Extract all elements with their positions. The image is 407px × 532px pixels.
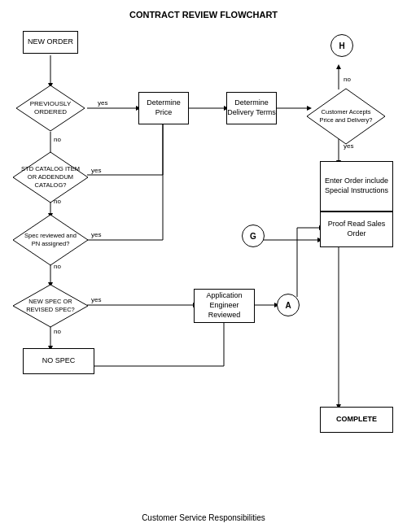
no-label-previously-ordered: no [54, 136, 61, 143]
no-label-new-spec: no [54, 328, 61, 335]
determine-price-box: Determine Price [138, 92, 189, 124]
no-label-std-catalog: no [54, 198, 61, 205]
new-spec-diamond: NEW SPEC OR REVISED SPEC? [11, 283, 90, 329]
circle-h: H [330, 34, 353, 57]
customer-accepts-diamond: Customer Accepts Price and Delivery? [305, 87, 387, 146]
determine-delivery-box: Determine Delivery Terms [226, 92, 277, 124]
enter-order-box: Enter Order include Special Instructions [320, 161, 393, 211]
yes-label-std-catalog: yes [91, 167, 101, 174]
std-catalog-diamond: STD CATALOG ITEM OR ADDENDUM CATALOG? [11, 150, 90, 204]
proof-read-box: Proof Read Sales Order [320, 211, 393, 247]
flowchart: CONTRACT REVIEW FLOWCHART [0, 0, 407, 532]
yes-label-previously-ordered: yes [98, 99, 107, 107]
new-order-box: NEW ORDER [23, 31, 78, 54]
no-label-spec-reviewed: no [54, 263, 61, 270]
yes-label-new-spec: yes [91, 296, 101, 303]
footer-text: Customer Service Responsibilities [0, 513, 407, 522]
app-engineer-box: Application Engineer Reviewed [194, 289, 255, 323]
previously-ordered-diamond: PREVIOUSLY ORDERED [15, 84, 86, 133]
complete-box: COMPLETE [320, 407, 393, 433]
page-title: CONTRACT REVIEW FLOWCHART [0, 10, 407, 20]
yes-label-spec-reviewed: yes [91, 231, 101, 238]
circle-a: A [277, 294, 300, 316]
yes-label-customer-accepts: yes [344, 142, 353, 150]
circle-g: G [242, 225, 265, 247]
spec-reviewed-diamond: Spec reviewed and PN assigned? [11, 213, 90, 267]
no-label-customer-accepts: no [344, 76, 351, 83]
no-spec-box: NO SPEC [23, 348, 94, 374]
